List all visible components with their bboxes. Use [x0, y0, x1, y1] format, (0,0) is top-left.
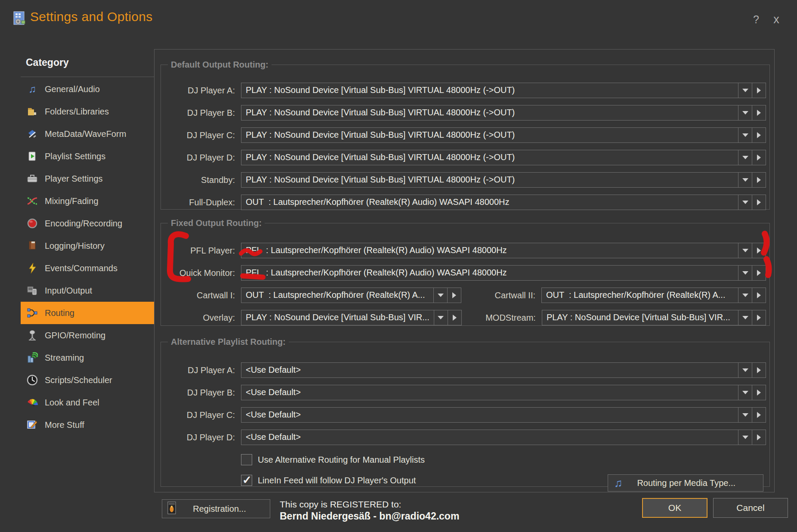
sidebar-item-metadata-waveform[interactable]: MetaData/WaveForm	[21, 123, 158, 145]
dj-player-c-combo[interactable]: PLAY : NoSound Device [Virtual Sub-Bus] …	[241, 127, 766, 143]
sidebar-item-general-audio[interactable]: ♫ General/Audio	[21, 78, 158, 100]
overlay-combo[interactable]: PLAY : NoSound Device [Virtual Sub-Bus] …	[241, 310, 462, 325]
alternative-playlist-routing-group: Alternative Playlist Routing: DJ Player …	[161, 337, 770, 487]
sidebar-item-look-and-feel[interactable]: Look and Feel	[21, 391, 158, 414]
combo-dropdown-button[interactable]	[433, 288, 447, 303]
combo-expand-button[interactable]	[752, 83, 766, 98]
linein-feed-checkbox[interactable]	[241, 475, 252, 486]
close-icon[interactable]: x	[769, 12, 784, 27]
sidebar-item-more-stuff[interactable]: More Stuff	[21, 414, 158, 436]
combo-value[interactable]: PFL : Lautsprecher/Kopfhörer (Realtek(R)…	[241, 266, 738, 280]
combo-value[interactable]: PLAY : NoSound Device [Virtual Sub-Bus] …	[241, 128, 738, 142]
modstream-combo[interactable]: PLAY : NoSound Device [Virtual Sub-Bus] …	[542, 310, 766, 325]
combo-dropdown-button[interactable]	[738, 105, 752, 120]
combo-expand-button[interactable]	[752, 173, 766, 187]
combo-value[interactable]: OUT : Lautsprecher/Kopfhörer (Realtek(R)…	[241, 288, 433, 303]
combo-dropdown-button[interactable]	[738, 173, 752, 187]
dj-player-b-combo[interactable]: PLAY : NoSound Device [Virtual Sub-Bus] …	[241, 105, 766, 121]
combo-dropdown-button[interactable]	[738, 408, 752, 422]
alt-dj-player-b-combo[interactable]: <Use Default>	[241, 385, 766, 400]
combo-value[interactable]: OUT : Lautsprecher/Kopfhörer (Realtek(R)…	[542, 288, 738, 303]
combo-value[interactable]: PLAY : NoSound Device [Virtual Sub-Bus] …	[542, 310, 738, 325]
combo-dropdown-button[interactable]	[738, 243, 752, 258]
combo-dropdown-button[interactable]	[434, 310, 448, 325]
combo-dropdown-button[interactable]	[738, 150, 752, 165]
combo-dropdown-button[interactable]	[738, 266, 752, 280]
combo-value[interactable]: PFL : Lautsprecher/Kopfhörer (Realtek(R)…	[241, 243, 738, 258]
sidebar-item-input-output[interactable]: Input/Output	[21, 279, 158, 302]
routing-row: DJ Player C: <Use Default>	[166, 407, 766, 423]
combo-value[interactable]: OUT : Lautsprecher/Kopfhörer (Realtek(R)…	[241, 195, 738, 210]
routing-per-media-type-button[interactable]: ♫ Routing per Media Type...	[608, 474, 763, 492]
combo-expand-button[interactable]	[752, 105, 766, 120]
combo-value[interactable]: PLAY : NoSound Device [Virtual Sub-Bus] …	[241, 105, 738, 120]
combo-expand-button[interactable]	[752, 310, 766, 325]
registration-key-icon	[167, 501, 176, 516]
sidebar-item-playlist-settings[interactable]: Playlist Settings	[21, 145, 158, 167]
sidebar-item-mixing-fading[interactable]: Mixing/Fading	[21, 190, 158, 212]
sidebar-item-encoding-recording[interactable]: Encoding/Recording	[21, 212, 158, 235]
sidebar-item-events-commands[interactable]: Events/Commands	[21, 257, 158, 279]
combo-value[interactable]: PLAY : NoSound Device [Virtual Sub-Bus] …	[241, 150, 738, 165]
sidebar-item-folders-libraries[interactable]: Folders/Libraries	[21, 100, 158, 123]
alt-dj-player-c-combo[interactable]: <Use Default>	[241, 407, 766, 423]
combo-value[interactable]: <Use Default>	[241, 363, 738, 377]
sidebar-item-label: Encoding/Recording	[45, 219, 122, 229]
alt-routing-manual-checkbox[interactable]	[241, 454, 252, 465]
sidebar-item-routing[interactable]: Routing	[21, 302, 158, 324]
cartwall-1-combo[interactable]: OUT : Lautsprecher/Kopfhörer (Realtek(R)…	[241, 288, 461, 303]
combo-expand-button[interactable]	[752, 266, 766, 280]
combo-dropdown-button[interactable]	[738, 83, 752, 98]
combo-value[interactable]: PLAY : NoSound Device [Virtual Sub-Bus] …	[241, 173, 738, 187]
combo-expand-button[interactable]	[752, 385, 766, 400]
registration-button[interactable]: Registration...	[162, 499, 270, 518]
combo-dropdown-button[interactable]	[738, 430, 752, 445]
standby-combo[interactable]: PLAY : NoSound Device [Virtual Sub-Bus] …	[241, 172, 766, 188]
chevron-down-icon	[742, 413, 748, 417]
combo-expand-button[interactable]	[752, 150, 766, 165]
combo-dropdown-button[interactable]	[738, 288, 752, 303]
sidebar-item-player-settings[interactable]: Player Settings	[21, 167, 158, 190]
combo-dropdown-button[interactable]	[738, 195, 752, 210]
combo-expand-button[interactable]	[447, 288, 461, 303]
combo-value[interactable]: <Use Default>	[241, 408, 738, 422]
sidebar-item-streaming[interactable]: Streaming	[21, 346, 158, 369]
combo-value[interactable]: <Use Default>	[241, 385, 738, 400]
help-icon[interactable]: ?	[749, 12, 763, 27]
dj-player-a-combo[interactable]: PLAY : NoSound Device [Virtual Sub-Bus] …	[241, 83, 766, 98]
routing-row: DJ Player B: PLAY : NoSound Device [Virt…	[166, 105, 766, 121]
combo-dropdown-button[interactable]	[738, 310, 752, 325]
combo-expand-button[interactable]	[752, 128, 766, 142]
sidebar-item-gpio-remoting[interactable]: GPIO/Remoting	[21, 324, 158, 346]
combo-dropdown-button[interactable]	[738, 363, 752, 377]
combo-expand-button[interactable]	[752, 288, 766, 303]
combo-dropdown-button[interactable]	[738, 385, 752, 400]
checkbox-label[interactable]: LineIn Feed will follow DJ Player's Outp…	[258, 476, 416, 486]
dj-player-d-combo[interactable]: PLAY : NoSound Device [Virtual Sub-Bus] …	[241, 150, 766, 165]
alt-dj-player-d-combo[interactable]: <Use Default>	[241, 430, 766, 445]
page-title: Settings and Options	[30, 9, 153, 24]
combo-value[interactable]: PLAY : NoSound Device [Virtual Sub-Bus] …	[241, 310, 434, 325]
cartwall-2-combo[interactable]: OUT : Lautsprecher/Kopfhörer (Realtek(R)…	[541, 288, 766, 303]
combo-expand-button[interactable]	[752, 363, 766, 377]
cancel-button[interactable]: Cancel	[713, 498, 788, 518]
quick-monitor-combo[interactable]: PFL : Lautsprecher/Kopfhörer (Realtek(R)…	[241, 265, 766, 281]
pfl-player-combo[interactable]: PFL : Lautsprecher/Kopfhörer (Realtek(R)…	[241, 243, 766, 258]
combo-expand-button[interactable]	[448, 310, 461, 325]
ok-button[interactable]: OK	[642, 498, 707, 518]
combo-dropdown-button[interactable]	[738, 128, 752, 142]
full-duplex-combo[interactable]: OUT : Lautsprecher/Kopfhörer (Realtek(R)…	[241, 195, 766, 210]
combo-expand-button[interactable]	[752, 408, 766, 422]
sidebar-item-logging-history[interactable]: Logging/History	[21, 235, 158, 257]
combo-value[interactable]: PLAY : NoSound Device [Virtual Sub-Bus] …	[241, 83, 738, 98]
row-label: DJ Player B:	[166, 388, 235, 398]
checkbox-label[interactable]: Use Alternative Routing for Manual Playl…	[258, 455, 425, 465]
folder-icon	[26, 106, 39, 117]
sidebar-item-scripts-scheduler[interactable]: Scripts/Scheduler	[21, 369, 158, 391]
combo-expand-button[interactable]	[752, 430, 766, 445]
combo-expand-button[interactable]	[752, 243, 766, 258]
arrow-right-icon	[757, 270, 761, 276]
combo-expand-button[interactable]	[752, 195, 766, 210]
alt-dj-player-a-combo[interactable]: <Use Default>	[241, 362, 766, 378]
combo-value[interactable]: <Use Default>	[241, 430, 738, 445]
